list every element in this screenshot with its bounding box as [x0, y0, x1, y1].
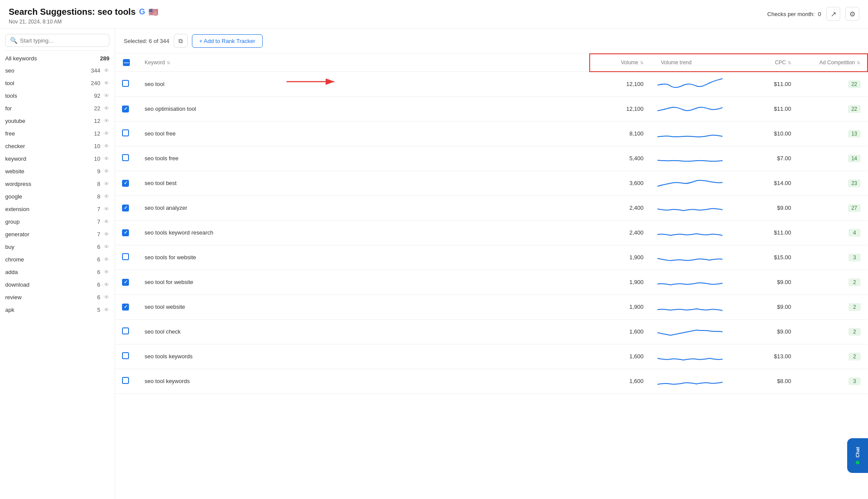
eye-icon[interactable]: 👁 — [104, 130, 109, 137]
eye-icon[interactable]: 👁 — [104, 168, 109, 175]
sidebar-item[interactable]: generator 7 👁 — [0, 228, 115, 241]
eye-icon[interactable]: 👁 — [104, 256, 109, 263]
sidebar-item-count: 10 — [94, 155, 100, 162]
eye-icon[interactable]: 👁 — [104, 193, 109, 200]
row-checkbox-cell[interactable] — [115, 195, 138, 220]
sparkline — [657, 101, 723, 117]
sidebar-item[interactable]: website 9 👁 — [0, 165, 115, 178]
eye-icon[interactable]: 👁 — [104, 269, 109, 275]
sidebar-item[interactable]: keyword 10 👁 — [0, 152, 115, 165]
search-input[interactable] — [20, 37, 105, 44]
eye-icon[interactable]: 👁 — [104, 231, 109, 238]
ad-badge: 27 — [848, 204, 861, 212]
settings-button[interactable]: ⚙ — [845, 7, 859, 21]
volume-cell: 1,600 — [590, 369, 650, 393]
row-checkbox-cell[interactable] — [115, 270, 138, 294]
row-checkbox-cell[interactable] — [115, 72, 138, 97]
select-all-checkbox[interactable] — [123, 59, 130, 66]
row-checkbox-cell[interactable] — [115, 171, 138, 195]
row-checkbox[interactable] — [122, 279, 129, 286]
chat-widget[interactable]: Chat — [847, 438, 868, 473]
th-cpc[interactable]: CPC ⇅ — [746, 54, 798, 72]
row-checkbox-cell[interactable] — [115, 220, 138, 245]
eye-icon[interactable]: 👁 — [104, 294, 109, 301]
ad-badge: 23 — [848, 179, 861, 187]
sidebar-item[interactable]: youtube 12 👁 — [0, 115, 115, 127]
row-checkbox-cell[interactable] — [115, 146, 138, 171]
eye-icon[interactable]: 👁 — [104, 155, 109, 162]
th-ad[interactable]: Ad Competition ⇅ — [798, 54, 868, 72]
eye-icon[interactable]: 👁 — [104, 218, 109, 225]
sidebar-item[interactable]: review 6 👁 — [0, 291, 115, 304]
eye-icon[interactable]: 👁 — [104, 244, 109, 250]
eye-icon[interactable]: 👁 — [104, 80, 109, 86]
row-checkbox-cell[interactable] — [115, 121, 138, 146]
th-check[interactable] — [115, 54, 138, 72]
row-checkbox-cell[interactable] — [115, 369, 138, 393]
sidebar-item[interactable]: chrome 6 👁 — [0, 253, 115, 266]
eye-icon[interactable]: 👁 — [104, 281, 109, 288]
sidebar-item[interactable]: free 12 👁 — [0, 127, 115, 140]
eye-icon[interactable]: 👁 — [104, 67, 109, 74]
eye-icon[interactable]: 👁 — [104, 307, 109, 313]
sidebar-item[interactable]: seo 344 👁 — [0, 64, 115, 77]
th-cpc-label: CPC — [775, 59, 786, 66]
cpc-cell: $7.00 — [746, 146, 798, 171]
eye-icon[interactable]: 👁 — [104, 181, 109, 187]
row-checkbox[interactable] — [122, 253, 129, 260]
volume-cell: 2,400 — [590, 195, 650, 220]
add-to-rank-tracker-button[interactable]: + Add to Rank Tracker — [192, 34, 263, 48]
all-keywords-label: All keywords — [5, 55, 37, 62]
th-volume[interactable]: Volume ⇅ — [590, 54, 650, 72]
search-wrap[interactable]: 🔍 — [5, 34, 109, 47]
share-button[interactable]: ↗ — [826, 7, 840, 21]
eye-icon[interactable]: 👁 — [104, 206, 109, 212]
table-row: seo tool for website 1,900 $9.00 2 — [115, 270, 868, 294]
sidebar-item[interactable]: for 22 👁 — [0, 102, 115, 115]
ad-badge: 2 — [848, 353, 861, 360]
ad-cell: 27 — [798, 195, 868, 220]
sidebar-item[interactable]: adda 6 👁 — [0, 266, 115, 278]
sidebar-item[interactable]: extension 7 👁 — [0, 203, 115, 215]
sidebar-item[interactable]: wordpress 8 👁 — [0, 178, 115, 190]
sidebar-item[interactable]: checker 10 👁 — [0, 140, 115, 152]
sidebar-item-count: 7 — [97, 231, 100, 238]
row-checkbox-cell[interactable] — [115, 294, 138, 319]
ad-sort-icon: ⇅ — [857, 60, 860, 65]
row-checkbox[interactable] — [122, 352, 129, 359]
th-trend[interactable]: Volume trend — [650, 54, 746, 72]
sidebar-item[interactable]: buy 6 👁 — [0, 241, 115, 253]
eye-icon[interactable]: 👁 — [104, 118, 109, 124]
row-checkbox[interactable] — [122, 80, 129, 87]
table-row: seo tools keyword research 2,400 $11.00 … — [115, 220, 868, 245]
row-checkbox[interactable] — [122, 327, 129, 334]
sidebar-item[interactable]: tools 92 👁 — [0, 89, 115, 102]
row-checkbox-cell[interactable] — [115, 245, 138, 270]
row-checkbox[interactable] — [122, 154, 129, 161]
row-checkbox[interactable] — [122, 205, 129, 211]
row-checkbox[interactable] — [122, 106, 129, 112]
sidebar-item[interactable]: google 8 👁 — [0, 190, 115, 203]
row-checkbox[interactable] — [122, 229, 129, 236]
th-volume-label: Volume — [621, 59, 638, 66]
sidebar-item-count: 22 — [94, 105, 100, 112]
eye-icon[interactable]: 👁 — [104, 143, 109, 149]
row-checkbox[interactable] — [122, 129, 129, 136]
row-checkbox[interactable] — [122, 180, 129, 187]
sidebar-item-count: 344 — [91, 67, 100, 74]
sidebar-item-count: 6 — [97, 281, 100, 288]
sidebar-item[interactable]: apk 5 👁 — [0, 304, 115, 316]
sidebar-item[interactable]: download 6 👁 — [0, 278, 115, 291]
sidebar-item[interactable]: group 7 👁 — [0, 215, 115, 228]
row-checkbox-cell[interactable] — [115, 96, 138, 121]
row-checkbox[interactable] — [122, 304, 129, 311]
row-checkbox-cell[interactable] — [115, 344, 138, 369]
eye-icon[interactable]: 👁 — [104, 93, 109, 99]
eye-icon[interactable]: 👁 — [104, 105, 109, 112]
row-checkbox-cell[interactable] — [115, 319, 138, 344]
th-keyword[interactable]: Keyword ⇅ — [138, 54, 590, 72]
sparkline — [657, 250, 723, 265]
sidebar-item[interactable]: tool 240 👁 — [0, 77, 115, 89]
row-checkbox[interactable] — [122, 377, 129, 384]
copy-button[interactable]: ⧉ — [174, 34, 188, 48]
